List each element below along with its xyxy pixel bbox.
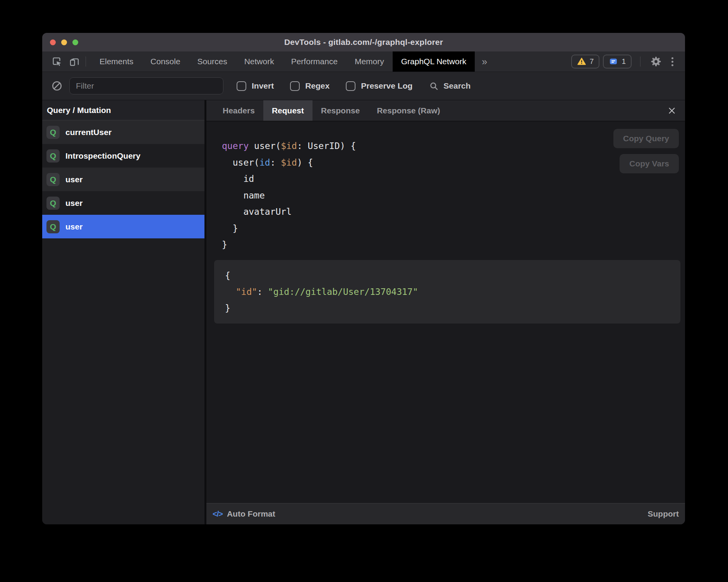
window-close-button[interactable] [50,39,56,45]
tab-bar-right-controls: 7 1 [571,51,685,72]
settings-gear-icon[interactable] [649,55,663,68]
checkbox-label: Preserve Log [361,81,412,91]
checkbox-label: Invert [252,81,274,91]
detail-tab-bar: Headers Request Response Response (Raw) [206,100,685,122]
search-icon [429,81,439,91]
support-link[interactable]: Support [648,509,679,519]
query-name: currentUser [65,128,112,137]
window-controls [50,33,78,51]
query-name: user [65,175,82,184]
window-zoom-button[interactable] [72,39,78,45]
query-list-sidebar: Query / Mutation Q currentUser Q Introsp… [42,100,204,524]
query-type-badge: Q [46,126,60,139]
screen-background: DevTools - gitlab.com/-/graphql-explorer [0,0,728,582]
devtools-tab[interactable]: Network [236,51,283,72]
detail-tab-label: Headers [223,106,255,115]
devtools-tab[interactable]: Memory [346,51,393,72]
query-type-badge: Q [46,220,60,233]
devtools-tab-label: Console [151,57,180,66]
devtools-tabs: Elements Console Sources Network Perform… [91,51,475,72]
detail-tab-label: Request [272,106,304,115]
devtools-tab-label: Network [244,57,274,66]
query-list-item[interactable]: Q currentUser [42,120,204,144]
detail-panel: Headers Request Response Response (Raw) [206,100,685,524]
more-options-icon[interactable] [666,55,678,68]
detail-tab[interactable]: Response [312,100,368,121]
devtools-tab-label: Performance [291,57,338,66]
filter-bar: Invert Regex Preserve Log Search [42,72,685,100]
copy-buttons: Copy Query Copy Vars [613,129,679,173]
inspect-element-icon[interactable] [51,55,63,68]
devtools-tab-bar: Elements Console Sources Network Perform… [42,51,685,72]
query-list: Q currentUser Q IntrospectionQuery Q use… [42,120,204,238]
devtools-tab[interactable]: Sources [189,51,236,72]
close-panel-icon[interactable] [665,104,679,118]
devtools-tab-label: GraphQL Network [401,57,466,66]
search-label: Search [443,81,470,91]
query-type-badge: Q [46,173,60,186]
filter-checkboxes: Invert Regex Preserve Log [237,81,412,91]
query-name: IntrospectionQuery [65,151,141,161]
title-bar: DevTools - gitlab.com/-/graphql-explorer [42,33,685,51]
detail-tabs: Headers Request Response Response (Raw) [214,100,449,121]
request-variables-box: { "id": "gid://gitlab/User/13704317"} [214,260,680,324]
query-name: user [65,199,82,208]
copy-query-button[interactable]: Copy Query [613,129,679,148]
search-control[interactable]: Search [429,81,470,91]
checkbox-icon[interactable] [237,81,246,91]
message-bubble-icon [609,57,618,66]
code-brackets-icon: </> [213,510,223,519]
query-type-badge: Q [46,197,60,210]
message-count: 1 [622,57,626,66]
detail-tab[interactable]: Request [263,100,312,121]
toolbar-separator [86,56,86,67]
detail-tab[interactable]: Response (Raw) [368,100,448,121]
warning-count: 7 [590,57,594,66]
query-list-item[interactable]: Q IntrospectionQuery [42,144,204,168]
auto-format-control[interactable]: </> Auto Format [213,509,275,519]
device-toolbar-icon[interactable] [68,55,81,68]
checkbox-icon[interactable] [290,81,300,91]
detail-tab-label: Response (Raw) [377,106,440,115]
query-list-item[interactable]: Q user [42,168,204,191]
devtools-tab[interactable]: Performance [283,51,346,72]
more-tabs-chevron[interactable]: » [475,51,494,72]
filter-checkbox-item[interactable]: Invert [237,81,274,91]
messages-badge[interactable]: 1 [603,55,632,68]
query-list-item[interactable]: Q user [42,191,204,215]
query-list-item[interactable]: Q user [42,215,204,238]
warning-triangle-icon [577,57,586,66]
devtools-tab[interactable]: GraphQL Network [393,51,475,72]
devtools-tab-label: Elements [100,57,134,66]
request-panel: Copy Query Copy Vars query user($id: Use… [206,122,685,503]
checkbox-icon[interactable] [346,81,355,91]
filter-input[interactable] [69,77,223,94]
clear-icon[interactable] [50,79,64,93]
controls-separator [640,56,640,67]
auto-format-label: Auto Format [227,509,275,519]
devtools-tab[interactable]: Elements [91,51,142,72]
devtools-tab[interactable]: Console [142,51,189,72]
filter-checkbox-item[interactable]: Preserve Log [346,81,412,91]
detail-tab-label: Response [321,106,360,115]
devtools-window: DevTools - gitlab.com/-/graphql-explorer [42,33,685,524]
window-minimize-button[interactable] [61,39,67,45]
devtools-tab-label: Memory [355,57,384,66]
content-area: Query / Mutation Q currentUser Q Introsp… [42,100,685,524]
toolbar-icons [51,51,81,72]
query-type-badge: Q [46,149,60,163]
copy-vars-button[interactable]: Copy Vars [620,154,679,173]
checkbox-label: Regex [305,81,330,91]
detail-tab[interactable]: Headers [214,100,263,121]
warnings-badge[interactable]: 7 [571,55,600,68]
query-name: user [65,222,82,231]
sidebar-header: Query / Mutation [42,100,204,120]
filter-checkbox-item[interactable]: Regex [290,81,330,91]
window-title: DevTools - gitlab.com/-/graphql-explorer [284,38,443,47]
devtools-tab-label: Sources [197,57,227,66]
panel-footer: </> Auto Format Support [206,503,685,524]
